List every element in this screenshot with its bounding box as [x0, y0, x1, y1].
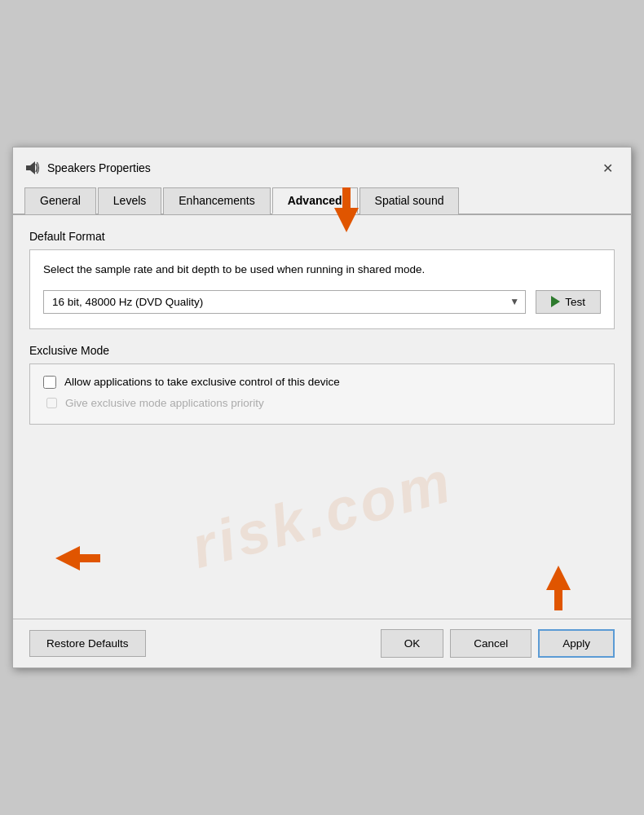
priority-checkbox[interactable] [46, 398, 57, 408]
priority-label: Give exclusive mode applications priorit… [65, 397, 264, 409]
tab-spatial-sound[interactable]: Spatial sound [359, 187, 460, 214]
default-format-label: Default Format [29, 230, 615, 243]
watermark-text: risk.com [184, 447, 460, 581]
format-select-wrapper: 16 bit, 48000 Hz (DVD Quality) 16 bit, 4… [43, 290, 526, 314]
play-icon [551, 296, 560, 307]
tab-levels[interactable]: Levels [98, 187, 161, 214]
close-button[interactable]: ✕ [595, 156, 620, 180]
tab-advanced[interactable]: Advanced [272, 187, 358, 214]
default-format-box: Select the sample rate and bit depth to … [29, 249, 615, 328]
format-row: 16 bit, 48000 Hz (DVD Quality) 16 bit, 4… [43, 290, 601, 314]
svg-marker-4 [30, 161, 35, 174]
tab-general[interactable]: General [24, 187, 96, 214]
svg-rect-3 [26, 165, 30, 170]
exclusive-mode-box: Allow applications to take exclusive con… [29, 363, 615, 425]
speakers-properties-dialog: Speakers Properties ✕ General Levels Enh… [12, 147, 632, 667]
allow-exclusive-label[interactable]: Allow applications to take exclusive con… [64, 376, 340, 388]
test-button-label: Test [565, 296, 585, 308]
apply-button[interactable]: Apply [538, 629, 615, 658]
title-bar: Speakers Properties ✕ [13, 148, 631, 180]
default-format-description: Select the sample rate and bit depth to … [43, 262, 601, 278]
title-bar-left: Speakers Properties [24, 160, 151, 176]
priority-row: Give exclusive mode applications priorit… [43, 397, 601, 409]
tab-content: Default Format Select the sample rate an… [13, 215, 631, 618]
speaker-icon [24, 160, 41, 176]
allow-exclusive-checkbox[interactable] [43, 376, 56, 389]
window-title: Speakers Properties [47, 161, 151, 174]
cancel-button[interactable]: Cancel [450, 629, 532, 658]
bottom-bar: Restore Defaults OK Cancel Apply [13, 619, 631, 667]
restore-defaults-button[interactable]: Restore Defaults [29, 630, 146, 657]
format-select[interactable]: 16 bit, 48000 Hz (DVD Quality) 16 bit, 4… [43, 290, 526, 314]
ok-button[interactable]: OK [381, 629, 444, 658]
watermark-area: risk.com [29, 425, 615, 604]
action-buttons: OK Cancel Apply [381, 629, 615, 658]
test-button[interactable]: Test [536, 290, 601, 314]
tab-bar: General Levels Enhancements Advanced Spa… [13, 180, 631, 215]
tab-enhancements[interactable]: Enhancements [163, 187, 270, 214]
allow-exclusive-row: Allow applications to take exclusive con… [43, 376, 601, 389]
exclusive-mode-label: Exclusive Mode [29, 344, 615, 357]
